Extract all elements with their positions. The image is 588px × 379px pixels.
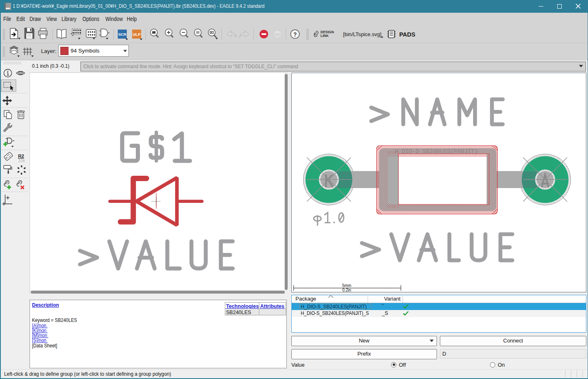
svg-text:5mm: 5mm: [342, 283, 351, 288]
svg-text:10k: 10k: [18, 158, 25, 163]
svg-text:?: ?: [293, 31, 297, 38]
svg-text:ULP: ULP: [133, 32, 141, 37]
svg-text:Layer:: Layer:: [41, 48, 57, 54]
svg-text:SCR: SCR: [118, 32, 126, 37]
svg-text:GO: GO: [275, 32, 280, 37]
svg-text:[bin/LTspice.svg]: [bin/LTspice.svg]: [343, 31, 382, 37]
svg-text:LINK: LINK: [320, 34, 329, 38]
svg-text:PADS: PADS: [399, 31, 416, 38]
svg-text:0.2in: 0.2in: [342, 288, 351, 292]
